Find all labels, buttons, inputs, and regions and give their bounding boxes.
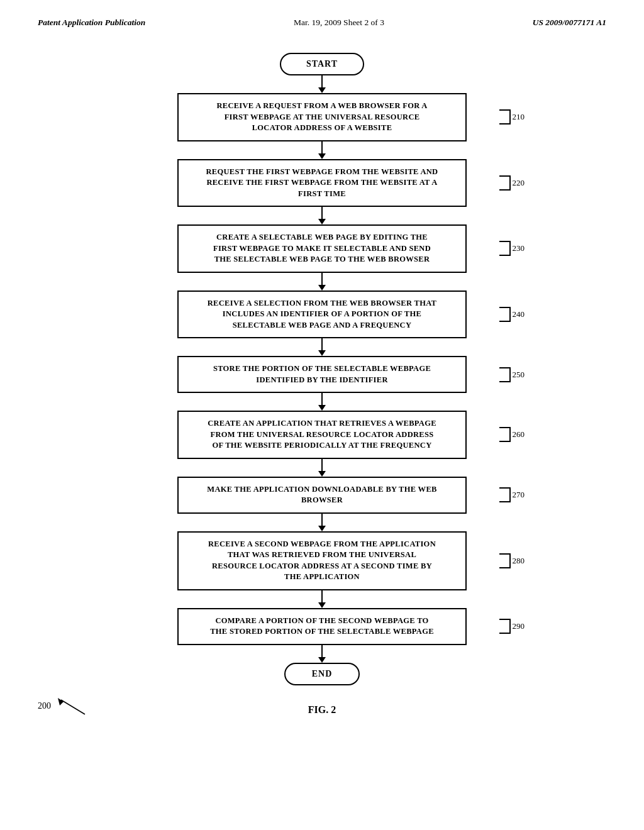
step-280-box: RECEIVE A SECOND WEBPAGE FROM THE APPLIC…	[177, 531, 467, 590]
header-center: Mar. 19, 2009 Sheet 2 of 3	[294, 18, 384, 28]
arrow-2	[318, 207, 326, 224]
arrow-0	[318, 75, 326, 93]
diagram-area: START RECEIVE A REQUEST FROM A WEB BROWS…	[0, 34, 644, 728]
step-290-label: 290	[499, 619, 525, 634]
arrow-1	[318, 141, 326, 159]
step-270-box: MAKE THE APPLICATION DOWNLOADABLE BY THE…	[177, 477, 467, 514]
header-right: US 2009/0077171 A1	[533, 18, 606, 28]
step-270-row: MAKE THE APPLICATION DOWNLOADABLE BY THE…	[38, 477, 606, 514]
flow-container: START RECEIVE A REQUEST FROM A WEB BROWS…	[38, 53, 606, 716]
step-220-box: REQUEST THE FIRST WEBPAGE FROM THE WEBSI…	[177, 159, 467, 208]
step-230-row: CREATE A SELECTABLE WEB PAGE BY EDITING …	[38, 224, 606, 273]
arrow-6	[318, 459, 326, 477]
page-header: Patent Application Publication Mar. 19, …	[0, 0, 644, 34]
header-left: Patent Application Publication	[38, 18, 145, 28]
arrow-7	[318, 514, 326, 531]
step-270-label: 270	[499, 487, 525, 502]
step-250-label: 250	[499, 367, 525, 382]
step-250-box: STORE THE PORTION OF THE SELECTABLE WEBP…	[177, 356, 467, 393]
arrow-9	[318, 645, 326, 663]
arrow-3	[318, 273, 326, 290]
step-260-row: CREATE AN APPLICATION THAT RETRIEVES A W…	[38, 411, 606, 459]
step-230-box: CREATE A SELECTABLE WEB PAGE BY EDITING …	[177, 224, 467, 273]
step-240-label: 240	[499, 307, 525, 322]
step-290-box: COMPARE A PORTION OF THE SECOND WEBPAGE …	[177, 608, 467, 645]
step-220-row: REQUEST THE FIRST WEBPAGE FROM THE WEBSI…	[38, 159, 606, 208]
arrow-5	[318, 393, 326, 411]
diagram-number-arrow	[55, 697, 86, 716]
step-260-box: CREATE AN APPLICATION THAT RETRIEVES A W…	[177, 411, 467, 459]
step-280-label: 280	[499, 553, 525, 568]
arrow-4	[318, 338, 326, 356]
step-250-row: STORE THE PORTION OF THE SELECTABLE WEBP…	[38, 356, 606, 393]
svg-marker-1	[58, 698, 64, 706]
svg-line-0	[61, 700, 85, 714]
step-240-row: RECEIVE A SELECTION FROM THE WEB BROWSER…	[38, 290, 606, 339]
arrow-8	[318, 590, 326, 608]
step-220-label: 220	[499, 175, 525, 191]
step-210-row: RECEIVE A REQUEST FROM A WEB BROWSER FOR…	[38, 93, 606, 141]
step-210-box: RECEIVE A REQUEST FROM A WEB BROWSER FOR…	[177, 93, 467, 141]
step-230-label: 230	[499, 241, 525, 256]
step-240-box: RECEIVE A SELECTION FROM THE WEB BROWSER…	[177, 290, 467, 339]
start-shape: START	[280, 53, 364, 75]
step-290-row: COMPARE A PORTION OF THE SECOND WEBPAGE …	[38, 608, 606, 645]
step-280-row: RECEIVE A SECOND WEBPAGE FROM THE APPLIC…	[38, 531, 606, 590]
step-260-label: 260	[499, 427, 525, 442]
end-shape: END	[284, 663, 360, 685]
step-210-label: 210	[499, 109, 525, 124]
figure-label: FIG. 2	[308, 704, 336, 715]
diagram-number: 200	[38, 701, 51, 711]
